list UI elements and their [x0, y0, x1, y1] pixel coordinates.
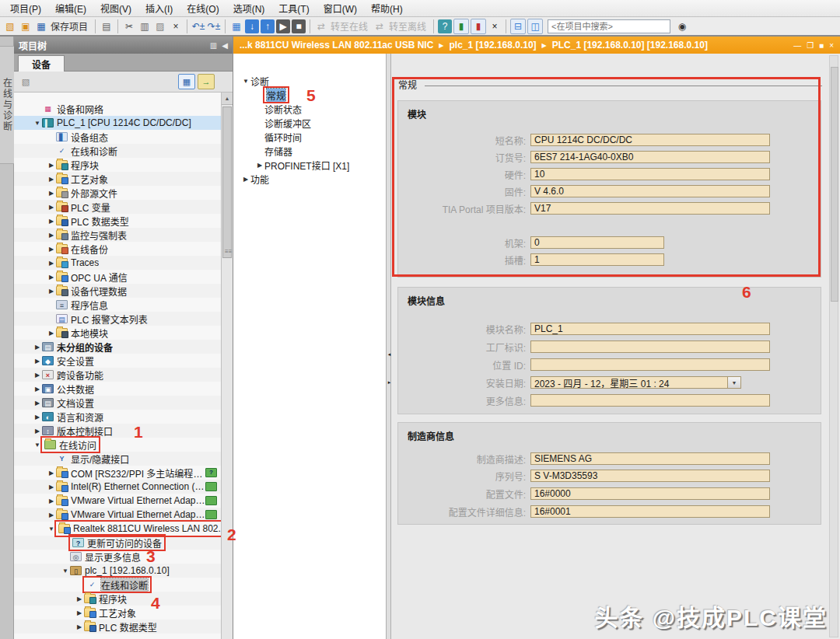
tree-item-device-proxy-data[interactable]: ▶设备代理数据	[14, 284, 222, 298]
print-icon[interactable]: ▤	[100, 19, 114, 33]
expander-closed-icon[interactable]: ▶	[47, 218, 56, 225]
tree-item-external-sources[interactable]: ▶外部源文件	[14, 186, 222, 200]
new-project-icon[interactable]: ▧	[3, 19, 17, 33]
tree-item-online-and-diagnostics[interactable]: ✓在线和诊断	[14, 144, 222, 158]
maximize-button[interactable]: ■	[819, 41, 824, 50]
disconnect-icon[interactable]: ×	[488, 19, 502, 33]
expander-open-icon[interactable]: ▼	[241, 78, 250, 85]
menu-item[interactable]: 帮助(H)	[364, 0, 410, 16]
expander-open-icon[interactable]: ▼	[61, 567, 70, 574]
tree-item-plc-data-types[interactable]: ▶PLC 数据类型	[14, 214, 222, 228]
project-search-input[interactable]	[548, 19, 670, 33]
tree-item-security-settings[interactable]: ▶◆安全设置	[14, 354, 222, 368]
tree-item-version-control-interface[interactable]: ▶↕版本控制接口	[14, 424, 222, 438]
upload-from-device-icon[interactable]: ↑	[261, 19, 275, 33]
expander-closed-icon[interactable]: ▶	[33, 414, 42, 421]
field-value-硬件[interactable]: 10	[530, 168, 770, 180]
tree-item-program-blocks[interactable]: ▶程序块	[14, 158, 222, 172]
go-offline-label[interactable]: 转至离线	[389, 19, 426, 33]
tree-item-update-accessible-devices[interactable]: ?更新可访问的设备	[14, 536, 222, 550]
go-online-label[interactable]: 转至在线	[331, 19, 368, 33]
field-value-位置ID[interactable]	[530, 358, 770, 371]
expander-closed-icon[interactable]: ▶	[47, 288, 56, 295]
save-project-label[interactable]: 保存项目	[51, 19, 88, 33]
go-online-icon[interactable]: ⇄	[314, 19, 328, 33]
accessible-devices-icon[interactable]: ?	[438, 19, 452, 33]
expander-closed-icon[interactable]: ▶	[47, 470, 56, 477]
tree-item-plc-1-station[interactable]: ▼▍PLC_1 [CPU 1214C DC/DC/DC]	[14, 116, 222, 130]
field-value-机架[interactable]: 0	[530, 236, 664, 249]
menu-item[interactable]: 视图(V)	[93, 0, 138, 16]
download-to-device-icon[interactable]: ↓	[245, 19, 259, 33]
field-value-模块名称[interactable]: PLC_1	[530, 323, 770, 335]
field-value-安装日期[interactable]: 2023 - 四月 - 12，星期三 01 : 24	[530, 376, 728, 389]
start-runtime-icon[interactable]: ▮	[453, 19, 469, 34]
restore-button[interactable]: ❐	[807, 41, 814, 50]
auto-collapse-icon[interactable]: ▥	[210, 41, 217, 50]
expander-closed-icon[interactable]: ▶	[33, 358, 42, 365]
copy-icon[interactable]: ▥	[138, 19, 152, 33]
tree-item-online-backups[interactable]: ▶在线备份	[14, 242, 222, 256]
field-value-配置文件详细信息[interactable]: 16#0001	[530, 505, 770, 518]
expander-closed-icon[interactable]: ▶	[47, 498, 56, 505]
tree-item-plc-1-online-station[interactable]: ▼▯plc_1 [192.168.0.10]	[14, 564, 222, 578]
tree-item-languages-and-resources[interactable]: ▶◐语言和资源	[14, 410, 222, 424]
expander-closed-icon[interactable]: ▶	[47, 232, 56, 239]
open-editor-button[interactable]: →	[198, 74, 215, 89]
tree-item-realtek-8811cu-adapter[interactable]: ▼Realtek 8811CU Wireless LAN 802.1...	[14, 522, 222, 536]
scrollbar-thumb[interactable]: ≡≡	[222, 106, 232, 258]
tree-item-plc-tags[interactable]: ▶PLC 变量	[14, 200, 222, 214]
tree-item-technology-objects-online[interactable]: ▶工艺对象	[14, 606, 222, 620]
tree-item-show-hide-interfaces[interactable]: Y显示/隐藏接口	[14, 452, 222, 466]
project-tree-scrollbar[interactable]: ▲ ≡≡	[221, 93, 233, 639]
panel-splitter[interactable]: ◂ ▸	[386, 54, 391, 639]
expander-closed-icon[interactable]: ▶	[47, 246, 56, 253]
field-value-固件[interactable]: V 4.6.0	[530, 185, 770, 197]
sort-filter-icon[interactable]: ▧	[18, 75, 33, 89]
expander-closed-icon[interactable]: ▶	[75, 623, 84, 630]
cut-icon[interactable]: ✂	[122, 19, 136, 33]
compile-icon[interactable]: ▦	[229, 19, 243, 33]
tree-item-plc-data-types-online[interactable]: ▶PLC 数据类型	[14, 620, 222, 634]
tree-item-watch-and-force-tables[interactable]: ▶监控与强制表	[14, 228, 222, 242]
tree-item-local-modules[interactable]: ▶本地模块	[14, 326, 222, 340]
expander-closed-icon[interactable]: ▶	[75, 595, 84, 602]
field-value-制造商描述[interactable]: SIEMENS AG	[530, 452, 770, 465]
search-project-icon[interactable]: ◉	[675, 19, 689, 33]
save-project-icon[interactable]: ▦	[34, 19, 48, 33]
field-value-工厂标识[interactable]	[530, 340, 770, 353]
scroll-up-icon[interactable]: ▲	[222, 93, 233, 105]
breadcrumb-part[interactable]: PLC_1 [192.168.0.10] [192.168.0.10]	[552, 40, 708, 51]
menu-item[interactable]: 编辑(E)	[48, 0, 93, 16]
menu-item[interactable]: 工具(T)	[271, 0, 316, 16]
tab-devices[interactable]: 设备	[18, 55, 65, 72]
tree-item-technology-objects[interactable]: ▶工艺对象	[14, 172, 222, 186]
paste-icon[interactable]: ▨	[153, 19, 167, 33]
expander-closed-icon[interactable]: ▶	[33, 372, 42, 379]
tree-item-com-rs232-ppi-cable[interactable]: ▶COM [RS232/PPI 多主站编程电缆]?	[14, 466, 222, 480]
split-editor-vertical-icon[interactable]: ◫	[527, 19, 543, 34]
breadcrumb-part[interactable]: ...k 8811CU Wireless LAN 802.11ac USB NI…	[240, 40, 433, 51]
menu-item[interactable]: 项目(P)	[3, 0, 48, 16]
expander-closed-icon[interactable]: ▶	[47, 190, 56, 197]
tree-item-vmware-adapter-2[interactable]: ▶VMware Virtual Ethernet Adapter for...	[14, 508, 222, 522]
field-value-订货号[interactable]: 6ES7 214-1AG40-0XB0	[530, 151, 770, 163]
diag-nav-functions-group[interactable]: ▶功能	[233, 172, 386, 186]
tree-item-intel-ethernet-connection[interactable]: ▶Intel(R) Ethernet Connection (12) I2...	[14, 480, 222, 494]
menu-item[interactable]: 在线(O)	[180, 0, 226, 16]
tree-item-online-access[interactable]: ▼在线访问	[14, 438, 222, 452]
expander-closed-icon[interactable]: ▶	[47, 176, 56, 183]
tree-item-online-and-diagnostics-accessible[interactable]: ✓在线和诊断	[14, 578, 222, 592]
expander-closed-icon[interactable]: ▶	[47, 484, 56, 491]
diag-nav-diagnostics-buffer[interactable]: 诊断缓冲区	[233, 116, 386, 130]
tree-item-opc-ua-communication[interactable]: ▶OPC UA 通信	[14, 270, 222, 284]
expander-closed-icon[interactable]: ▶	[33, 344, 42, 351]
open-project-icon[interactable]: ▣	[19, 19, 33, 33]
undo-icon[interactable]: ↶±	[191, 19, 205, 33]
field-value-短名称[interactable]: CPU 1214C DC/DC/DC	[530, 134, 770, 146]
online-diagnostics-rail-tab[interactable]: 在线与诊断	[0, 46, 14, 164]
field-value-插槽[interactable]: 1	[530, 253, 664, 266]
tree-item-common-data[interactable]: ▶▣公共数据	[14, 382, 222, 396]
expander-closed-icon[interactable]: ▶	[75, 609, 84, 616]
field-value-序列号[interactable]: S V-M3D35593	[530, 470, 770, 482]
